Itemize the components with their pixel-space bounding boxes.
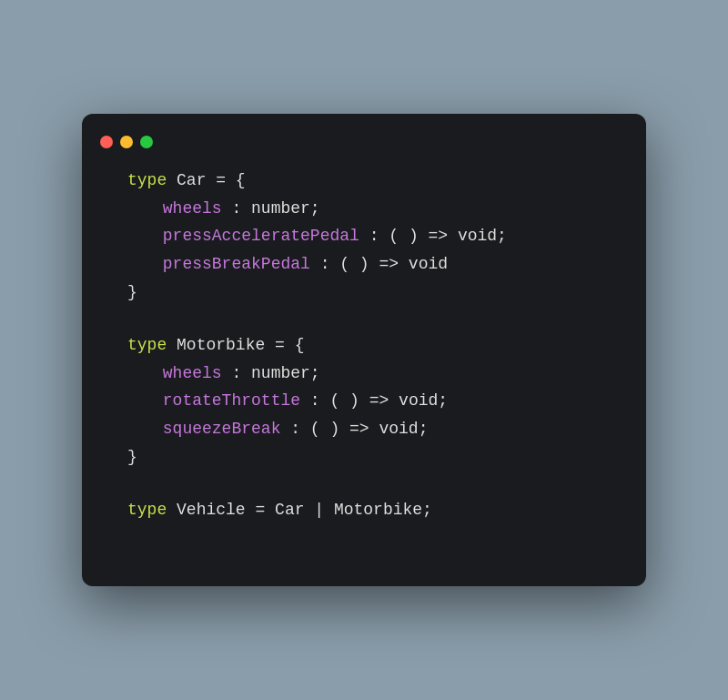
car-wheels-line: wheels : number; <box>127 195 601 223</box>
maximize-button[interactable] <box>140 136 153 148</box>
motorbike-squeeze-line: squeezeBreak : ( ) => void; <box>127 415 601 443</box>
motorbike-type-section: type Motorbike = { wheels : number; rota… <box>127 331 601 471</box>
prop-wheels-motorbike: wheels <box>163 364 222 382</box>
prop-squeeze: squeezeBreak <box>163 420 281 438</box>
motorbike-type-open: type Motorbike = { <box>127 331 601 360</box>
brace-close-car: } <box>127 283 137 301</box>
car-accelerate-line: pressAcceleratePedal : ( ) => void; <box>127 222 601 250</box>
type-accelerate: : ( ) => void; <box>369 227 507 245</box>
motorbike-throttle-line: rotateThrottle : ( ) => void; <box>127 387 601 415</box>
equals-car: = { <box>216 171 245 189</box>
type-wheels-car: : number; <box>231 199 319 218</box>
motorbike-type-close: } <box>127 443 601 472</box>
type-squeeze: : ( ) => void; <box>290 420 428 438</box>
keyword-type-vehicle: type <box>127 501 167 519</box>
vehicle-type-section: type Vehicle = Car | Motorbike; <box>127 496 601 524</box>
type-break: : ( ) => void <box>320 255 448 273</box>
prop-accelerate: pressAcceleratePedal <box>163 227 359 245</box>
equals-motorbike: = { <box>275 336 304 354</box>
type-throttle: : ( ) => void; <box>310 391 448 410</box>
keyword-type-motorbike: type <box>127 336 167 354</box>
prop-break: pressBreakPedal <box>163 255 310 273</box>
equals-vehicle: = <box>255 501 265 519</box>
prop-wheels-car: wheels <box>163 199 222 218</box>
car-type-close: } <box>127 279 601 307</box>
type-name-car: Car <box>177 171 216 189</box>
motorbike-wheels-line: wheels : number; <box>127 360 601 388</box>
prop-throttle: rotateThrottle <box>163 391 300 410</box>
code-window: type Car = { wheels : number; pressAccel… <box>82 114 646 586</box>
minimize-button[interactable] <box>120 136 133 148</box>
type-name-vehicle: Vehicle <box>177 501 255 519</box>
car-type-section: type Car = { wheels : number; pressAccel… <box>127 167 601 306</box>
type-name-motorbike: Motorbike <box>177 336 275 354</box>
union-value-vehicle: Car | Motorbike; <box>275 501 432 519</box>
keyword-type-car: type <box>127 171 167 189</box>
close-button[interactable] <box>100 136 113 148</box>
titlebar <box>82 132 646 167</box>
vehicle-type-line: type Vehicle = Car | Motorbike; <box>127 496 601 524</box>
code-block: type Car = { wheels : number; pressAccel… <box>82 167 646 524</box>
car-break-line: pressBreakPedal : ( ) => void <box>127 250 601 279</box>
type-wheels-motorbike: : number; <box>231 364 319 382</box>
brace-close-motorbike: } <box>127 448 137 466</box>
car-type-open: type Car = { <box>127 167 601 195</box>
